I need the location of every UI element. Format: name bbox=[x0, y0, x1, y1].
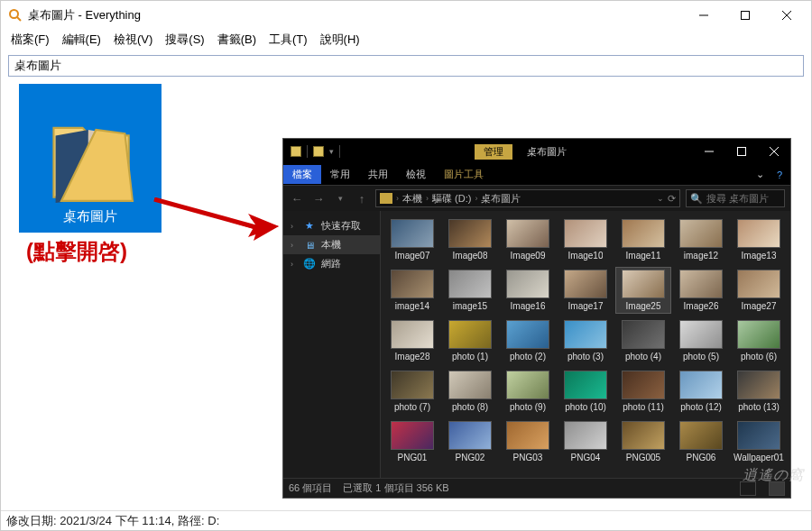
breadcrumb-part[interactable]: 桌布圖片 bbox=[481, 192, 521, 206]
file-thumb[interactable]: photo (7) bbox=[384, 368, 440, 415]
address-field[interactable]: › 本機 › 驅碟 (D:) › 桌布圖片 ⌄ ⟳ bbox=[375, 189, 680, 207]
nav-quick-access[interactable]: › ★ 快速存取 bbox=[283, 216, 380, 235]
menu-edit[interactable]: 編輯(E) bbox=[56, 30, 107, 50]
file-thumb[interactable]: photo (2) bbox=[500, 317, 556, 364]
file-thumb[interactable]: photo (8) bbox=[442, 368, 498, 415]
chevron-right-icon[interactable]: › bbox=[396, 194, 399, 203]
nav-history-dropdown[interactable]: ▾ bbox=[332, 194, 348, 203]
thumbnail-image bbox=[564, 421, 607, 450]
thumbnail-image bbox=[448, 219, 492, 248]
qat-dropdown-icon[interactable]: ▾ bbox=[329, 147, 334, 156]
view-details-button[interactable] bbox=[740, 481, 756, 496]
file-thumb[interactable]: Image26 bbox=[673, 267, 729, 314]
thumbnail-image bbox=[448, 270, 492, 298]
file-label: Image13 bbox=[742, 251, 777, 261]
chevron-right-icon[interactable]: › bbox=[426, 194, 429, 203]
nav-up-button[interactable]: ↑ bbox=[354, 192, 370, 206]
file-thumb[interactable]: Wallpaper01 bbox=[731, 418, 787, 465]
nav-back-button[interactable]: ← bbox=[289, 192, 305, 206]
file-thumb[interactable]: photo (10) bbox=[558, 368, 614, 415]
thumbnail-image bbox=[391, 219, 434, 248]
menu-tools[interactable]: 工具(T) bbox=[263, 30, 314, 50]
file-thumb[interactable]: PNG01 bbox=[384, 418, 440, 465]
file-thumb[interactable]: photo (12) bbox=[673, 368, 729, 415]
file-thumb[interactable]: PNG04 bbox=[558, 418, 614, 465]
file-thumb[interactable]: image14 bbox=[384, 267, 440, 314]
refresh-icon[interactable]: ⟳ bbox=[668, 193, 676, 205]
file-thumb[interactable]: Image17 bbox=[558, 267, 614, 314]
explorer-close-button[interactable] bbox=[758, 139, 790, 164]
explorer-titlebar[interactable]: ▾ 管理 桌布圖片 bbox=[283, 139, 790, 164]
menu-bookmark[interactable]: 書籤(B) bbox=[211, 30, 263, 50]
file-thumb[interactable]: PNG005 bbox=[615, 418, 671, 465]
file-thumb[interactable]: Image08 bbox=[442, 216, 498, 263]
chevron-right-icon: › bbox=[291, 241, 298, 250]
file-thumb[interactable]: photo (1) bbox=[442, 317, 498, 364]
file-thumb[interactable]: Image28 bbox=[384, 317, 440, 364]
file-label: PNG005 bbox=[626, 453, 660, 462]
file-thumb[interactable]: PNG06 bbox=[673, 418, 729, 465]
file-thumb[interactable]: image12 bbox=[673, 216, 729, 263]
explorer-minimize-button[interactable] bbox=[693, 139, 725, 164]
nav-forward-button[interactable]: → bbox=[310, 192, 327, 206]
maximize-button[interactable] bbox=[724, 2, 766, 29]
thumbnail-image bbox=[506, 421, 549, 450]
menu-search[interactable]: 搜尋(S) bbox=[159, 30, 210, 50]
thumbnail-image bbox=[679, 421, 723, 450]
breadcrumb-part[interactable]: 驅碟 (D:) bbox=[432, 192, 471, 206]
file-label: Image10 bbox=[568, 251, 604, 261]
file-thumb[interactable]: PNG02 bbox=[442, 418, 498, 465]
ribbon-expand-icon[interactable]: ⌄ bbox=[751, 169, 769, 180]
nav-network[interactable]: › 🌐 網路 bbox=[283, 254, 380, 273]
explorer-search-field[interactable]: 🔍 搜尋 桌布圖片 bbox=[686, 189, 785, 207]
explorer-file-grid[interactable]: Image07Image08Image09Image10Image11image… bbox=[381, 211, 790, 478]
file-label: PNG01 bbox=[398, 453, 428, 462]
file-thumb[interactable]: PNG03 bbox=[500, 418, 556, 465]
help-icon[interactable]: ? bbox=[769, 169, 790, 180]
file-thumb[interactable]: Image10 bbox=[558, 216, 614, 263]
file-thumb[interactable]: photo (11) bbox=[615, 368, 671, 415]
manage-context-tab[interactable]: 管理 bbox=[475, 144, 512, 160]
file-thumb[interactable]: photo (13) bbox=[731, 368, 787, 415]
qat-icon[interactable] bbox=[313, 146, 324, 157]
svg-rect-7 bbox=[738, 148, 746, 156]
file-label: PNG02 bbox=[456, 453, 485, 462]
file-label: photo (11) bbox=[623, 402, 664, 412]
file-label: photo (9) bbox=[510, 402, 546, 412]
file-thumb[interactable]: Image16 bbox=[500, 267, 556, 314]
thumbnail-image bbox=[737, 421, 780, 450]
tab-share[interactable]: 共用 bbox=[359, 165, 397, 184]
menu-view[interactable]: 檢視(V) bbox=[107, 30, 159, 50]
menu-help[interactable]: 說明(H) bbox=[314, 30, 366, 50]
file-thumb[interactable]: Image11 bbox=[615, 216, 671, 263]
explorer-maximize-button[interactable] bbox=[725, 139, 758, 164]
thumbnail-image bbox=[622, 421, 665, 450]
file-thumb[interactable]: photo (4) bbox=[615, 317, 671, 364]
breadcrumb-part[interactable]: 本機 bbox=[402, 192, 422, 206]
tab-home[interactable]: 常用 bbox=[321, 165, 359, 184]
chevron-right-icon[interactable]: › bbox=[475, 194, 477, 203]
close-button[interactable] bbox=[766, 2, 807, 29]
file-thumb[interactable]: photo (6) bbox=[731, 317, 787, 364]
file-thumb[interactable]: photo (3) bbox=[558, 317, 614, 364]
file-thumb[interactable]: Image13 bbox=[731, 216, 787, 263]
file-thumb[interactable]: image15 bbox=[442, 267, 498, 314]
tab-view[interactable]: 檢視 bbox=[397, 165, 435, 184]
nav-this-pc[interactable]: › 🖥 本機 bbox=[283, 235, 380, 254]
tab-file[interactable]: 檔案 bbox=[283, 165, 321, 184]
address-dropdown-icon[interactable]: ⌄ bbox=[657, 194, 664, 203]
tab-picture-tools[interactable]: 圖片工具 bbox=[435, 165, 493, 184]
file-thumb[interactable]: Image25 bbox=[615, 267, 671, 314]
minimize-button[interactable] bbox=[683, 2, 724, 29]
menu-file[interactable]: 檔案(F) bbox=[5, 30, 56, 50]
thumbnail-image bbox=[391, 270, 434, 298]
file-thumb[interactable]: Image27 bbox=[731, 267, 787, 314]
result-folder-item[interactable]: 桌布圖片 bbox=[19, 84, 161, 257]
file-thumb[interactable]: Image09 bbox=[500, 216, 556, 263]
file-thumb[interactable]: Image07 bbox=[384, 216, 440, 263]
search-input[interactable] bbox=[8, 55, 804, 77]
view-thumbs-button[interactable] bbox=[769, 481, 785, 496]
file-thumb[interactable]: photo (5) bbox=[673, 317, 729, 364]
chevron-right-icon: › bbox=[291, 260, 298, 269]
file-thumb[interactable]: photo (9) bbox=[500, 368, 556, 415]
